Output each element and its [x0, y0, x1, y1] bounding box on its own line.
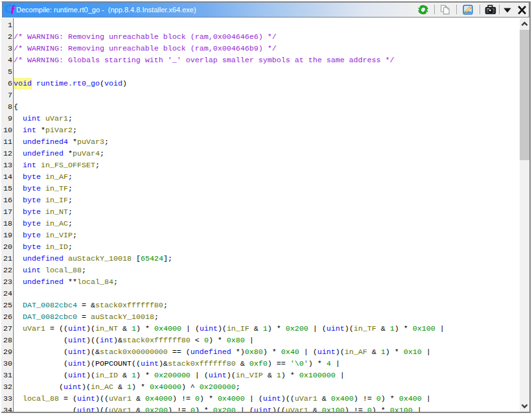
code-token: 0x200 [145, 406, 168, 412]
code-token: 65424 [141, 254, 163, 263]
code-line[interactable]: uVar1 = ((uint)(in_NT & 1) * 0x4000 | (u… [14, 323, 445, 335]
scroll-up-button[interactable] [520, 18, 529, 29]
code-token: /* WARNING: Globals starting with '_' ov… [14, 56, 395, 65]
code-line[interactable]: /* WARNING: Globals starting with '_' ov… [14, 54, 445, 66]
code-line[interactable] [14, 288, 445, 300]
code-token [64, 254, 68, 263]
code-line[interactable]: (uint)((uVar1 & 0x200) != 0) * 0x200 | (… [14, 405, 445, 412]
code-token: )( [82, 383, 91, 392]
code-line[interactable]: (uint)(&stack0x00000000 == (undefined *)… [14, 346, 445, 358]
line-number: 34 [1, 405, 12, 412]
code-token [14, 208, 23, 217]
copy-button[interactable] [440, 5, 450, 15]
edit-button[interactable] [463, 5, 473, 15]
scrollbar-thumb[interactable] [520, 30, 529, 160]
code-token: 0x200000 [154, 371, 191, 380]
code-line[interactable]: byte in_VIP; [14, 230, 445, 241]
code-token [14, 161, 23, 170]
code-token: in_TF [45, 184, 68, 193]
code-token: uint [64, 383, 82, 392]
code-token: 4 [327, 359, 331, 368]
code-line[interactable] [14, 89, 445, 101]
line-number: 33 [1, 393, 12, 405]
code-line[interactable]: byte in_TF; [14, 183, 445, 195]
code-line[interactable]: int *piVar2; [14, 124, 445, 136]
code-token: ( [14, 383, 64, 392]
code-token: uVar1 [109, 406, 132, 412]
code-token: uVar1 [23, 324, 45, 333]
line-number: 27 [1, 323, 12, 335]
code-line[interactable]: byte in_NT; [14, 206, 445, 218]
code-line[interactable]: byte in_AC; [14, 218, 445, 230]
code-token: 0x4000 [154, 324, 181, 333]
code-token [14, 243, 23, 252]
code-token: 0 [195, 394, 200, 403]
code-line[interactable]: (uint)(in_AC & 1) * 0x40000) ^ 0x200000; [14, 381, 445, 393]
code-line[interactable]: byte in_ID; [14, 241, 445, 253]
refresh-button[interactable] [418, 5, 428, 15]
line-number: 18 [1, 218, 12, 230]
caret-down-icon [502, 5, 513, 15]
chevron-down-icon [520, 401, 529, 412]
code-line[interactable]: int in_FS_OFFSET; [14, 160, 445, 171]
code-line[interactable]: undefined **local_84; [14, 276, 445, 288]
decompiled-code-panel[interactable]: /* WARNING: Removing unreachable block (… [14, 18, 520, 412]
code-token: uVar1 [45, 114, 68, 123]
line-number: 19 [1, 230, 12, 241]
code-line[interactable] [14, 19, 445, 31]
code-token: [ [132, 254, 141, 263]
code-token: )(( [86, 336, 100, 345]
close-button[interactable] [517, 5, 527, 15]
code-token: ; [73, 231, 77, 240]
code-line[interactable]: (uint)((int)&stack0xffffff80 < 0) * 0x80… [14, 335, 445, 346]
code-line[interactable]: byte in_IF; [14, 195, 445, 206]
vertical-scrollbar[interactable] [520, 18, 529, 412]
code-line[interactable]: uint uVar1; [14, 113, 445, 124]
code-line[interactable]: undefined4 *puVar3; [14, 136, 445, 148]
code-token: ; [82, 266, 86, 275]
decompiler-icon-f: ƒ [10, 3, 16, 16]
highlighted-token: void [14, 78, 32, 89]
refresh-icon [418, 5, 428, 15]
line-number: 28 [1, 335, 12, 346]
code-line[interactable]: byte in_AF; [14, 171, 445, 183]
code-line[interactable]: (uint)(POPCOUNT((uint)&stack0xffffff80 &… [14, 358, 445, 370]
code-token: | [336, 371, 345, 380]
line-number: 3 [1, 43, 12, 54]
code-line[interactable]: undefined auStackY_10018 [65424]; [14, 253, 445, 265]
code-line[interactable]: /* WARNING: Removing unreachable block (… [14, 31, 445, 43]
code-token: stack0x00000000 [100, 348, 168, 357]
code-line[interactable]: uint local_88; [14, 265, 445, 276]
decompiled-code: /* WARNING: Removing unreachable block (… [14, 19, 445, 412]
code-line[interactable]: DAT_0082cbc0 = auStackY_10018; [14, 311, 445, 323]
code-token: 0xf0 [249, 359, 268, 368]
code-token [41, 172, 45, 182]
code-line[interactable]: undefined *puVar4; [14, 148, 445, 160]
code-line[interactable]: /* WARNING: Removing unreachable block (… [14, 43, 445, 54]
code-token: byte [23, 243, 41, 252]
code-token [41, 208, 45, 217]
code-token: ) * [395, 324, 413, 333]
snapshot-button[interactable] [485, 5, 495, 15]
code-line[interactable]: DAT_0082cbc4 = &stack0xffffff80; [14, 300, 445, 311]
code-token [36, 161, 41, 170]
code-token: 0x200 [213, 406, 236, 412]
code-token: 0x100 [413, 324, 435, 333]
code-token: auStackY_10018 [68, 254, 132, 263]
line-number: 5 [1, 66, 12, 78]
code-line[interactable]: (uint)(in_ID & 1) * 0x200000 | (uint)(in… [14, 370, 445, 381]
code-token: ( [14, 371, 68, 380]
code-line[interactable]: { [14, 101, 445, 113]
code-token: uint [68, 324, 86, 333]
code-token: uVar1 [295, 394, 318, 403]
scroll-down-button[interactable] [520, 401, 529, 412]
code-token: in_IF [45, 196, 68, 205]
code-token: in_AC [91, 383, 113, 392]
code-token: uVar1 [109, 394, 132, 403]
code-line[interactable]: void runtime.rt0_go(void) [14, 78, 445, 89]
local-menu-button[interactable] [502, 5, 513, 15]
code-token: * [68, 137, 77, 147]
code-token: in_AF [45, 172, 68, 182]
code-line[interactable] [14, 66, 445, 78]
code-line[interactable]: local_88 = (uint)((uVar1 & 0x4000) != 0)… [14, 393, 445, 405]
